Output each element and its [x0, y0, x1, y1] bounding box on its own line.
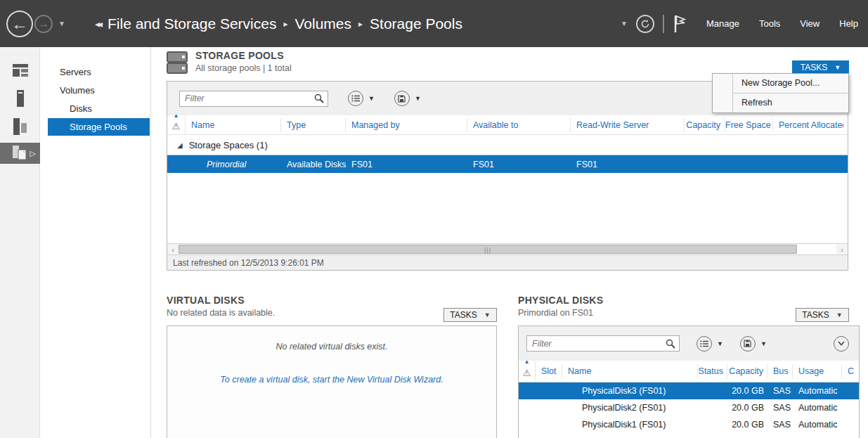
filter-criteria-dropdown[interactable]: ▼ — [348, 91, 375, 106]
physical-disks-toolbar: ▼ ▼ — [519, 326, 859, 361]
scrollbar-track[interactable] — [797, 244, 836, 255]
scroll-left-icon[interactable]: ‹ — [167, 244, 179, 255]
chevron-down-icon: ▼ — [836, 311, 843, 318]
group-expand-icon[interactable]: ◢ — [177, 141, 183, 149]
horizontal-scrollbar[interactable]: ‹ ||| › — [167, 243, 848, 255]
cell-bus: SAS — [767, 386, 793, 396]
collapse-section-button[interactable] — [834, 336, 849, 352]
sidebar-icon-local-server[interactable] — [0, 86, 40, 110]
sidebar-icon-all-servers[interactable] — [0, 115, 40, 139]
column-header-type[interactable]: Type — [281, 118, 346, 132]
collapse-chevrons-icon[interactable]: ◂◂ — [95, 18, 101, 30]
table-row-physicaldisk2[interactable]: PhysicalDisk2 (FS01) 20.0 GB SAS Automat… — [519, 399, 859, 416]
column-header-available-to[interactable]: Available to — [467, 118, 571, 132]
column-header-status[interactable]: Status — [698, 364, 727, 378]
column-header-bus[interactable]: Bus — [767, 364, 793, 378]
column-header-capacity[interactable]: Capacity — [685, 118, 725, 132]
scroll-right-icon[interactable]: › — [836, 244, 848, 255]
warning-sort-column-header[interactable]: ▲ ⚠ — [167, 115, 186, 135]
cell-name: PhysicalDisk3 (FS01) — [562, 386, 698, 396]
column-header-managed-by[interactable]: Managed by — [346, 118, 467, 132]
breadcrumb-item-storage-pools[interactable]: Storage Pools — [370, 15, 462, 32]
sidebar-icon-file-storage-services[interactable]: ▷ — [0, 143, 40, 164]
notifications-flag-button[interactable] — [673, 14, 687, 34]
table-row-primordial[interactable]: Primordial Available Disks FS01 FS01 FS0… — [167, 155, 848, 173]
virtual-disks-tasks-button[interactable]: TASKS ▼ — [443, 308, 497, 322]
storage-pools-filter-input[interactable] — [179, 91, 328, 107]
column-header-read-write-server[interactable]: Read-Write Server — [571, 118, 685, 132]
cell-name: Primordial — [186, 160, 281, 169]
menu-view[interactable]: View — [800, 18, 820, 29]
cell-capacity: 20.0 GB — [727, 420, 767, 430]
sidebar-item-disks[interactable]: Disks — [40, 100, 150, 117]
history-dropdown-caret-icon[interactable]: ▼ — [58, 20, 65, 27]
sidebar-item-storage-pools[interactable]: Storage Pools — [48, 118, 150, 136]
physical-disks-panel: ▼ ▼ — [518, 326, 860, 438]
physical-disks-filter-input[interactable] — [526, 335, 680, 352]
menu-gutter-divider — [732, 74, 733, 112]
sort-ascending-icon: ▲ — [174, 112, 179, 119]
navigation-panel: Servers Volumes Disks Storage Pools — [40, 47, 151, 438]
column-header-name[interactable]: Name — [186, 118, 281, 132]
physical-disks-tasks-button[interactable]: TASKS ▼ — [796, 308, 849, 322]
chevron-down-icon: ▼ — [368, 95, 375, 102]
save-query-dropdown[interactable]: ▼ — [740, 336, 767, 352]
warning-sort-column-header[interactable]: ▲ ⚠ — [519, 361, 536, 381]
chevron-down-icon: ▼ — [415, 95, 421, 102]
menu-help[interactable]: Help — [839, 18, 858, 29]
table-row-physicaldisk1[interactable]: PhysicalDisk1 (FS01) 20.0 GB SAS Automat… — [519, 416, 859, 433]
column-header-free-space[interactable]: Free Space — [725, 118, 773, 132]
warning-icon: ⚠ — [523, 368, 531, 378]
storage-pools-subtitle: All storage pools | 1 total — [195, 63, 292, 73]
column-header-percent-allocated[interactable]: Percent Allocated — [773, 118, 843, 132]
sidebar-item-servers[interactable]: Servers — [40, 63, 150, 81]
column-header-name[interactable]: Name — [562, 364, 698, 378]
refresh-dropdown-caret-icon[interactable]: ▼ — [621, 20, 628, 27]
new-virtual-disk-wizard-link[interactable]: To create a virtual disk, start the New … — [167, 375, 496, 385]
save-query-dropdown[interactable]: ▼ — [394, 91, 421, 106]
cell-available-to: FS01 — [467, 160, 571, 169]
breadcrumb-item-volumes[interactable]: Volumes — [294, 15, 351, 32]
back-button[interactable]: ← — [6, 11, 33, 37]
storage-pools-table-header: ▲ ⚠ Name Type Managed by Available to Re… — [167, 115, 848, 135]
cell-bus: SAS — [767, 403, 793, 413]
cell-managed-by: FS01 — [346, 160, 467, 169]
tasks-label: TASKS — [450, 310, 477, 320]
save-icon — [398, 95, 406, 103]
sidebar-item-volumes[interactable]: Volumes — [40, 82, 150, 99]
cell-read-write-server: FS01 — [571, 160, 685, 169]
column-header-usage[interactable]: Usage — [793, 364, 842, 378]
scrollbar-thumb[interactable]: ||| — [179, 245, 797, 254]
chevron-down-icon: ▼ — [760, 340, 767, 347]
refresh-button[interactable] — [636, 15, 654, 33]
search-icon[interactable] — [666, 339, 675, 349]
group-row-storage-spaces[interactable]: ◢ Storage Spaces (1) — [167, 135, 848, 155]
file-storage-services-icon — [13, 146, 28, 161]
filter-criteria-dropdown[interactable]: ▼ — [697, 336, 723, 352]
menu-manage[interactable]: Manage — [706, 18, 739, 29]
search-icon[interactable] — [314, 94, 324, 103]
flyout-arrow-icon: ▷ — [30, 149, 36, 158]
physical-disks-table-header: ▲ ⚠ Slot Name Status Capacity Bus Usage … — [519, 361, 859, 382]
table-row-physicaldisk3[interactable]: PhysicalDisk3 (FS01) 20.0 GB SAS Automat… — [519, 382, 859, 399]
column-header-slot[interactable]: Slot — [536, 364, 562, 378]
cell-type: Available Disks — [281, 160, 346, 169]
dashboard-grid-icon — [13, 64, 28, 77]
back-arrow-icon: ← — [11, 14, 28, 34]
column-header-chassis-truncated[interactable]: C — [842, 364, 859, 378]
tasks-dropdown-menu: New Storage Pool... Refresh — [712, 73, 849, 113]
column-header-capacity[interactable]: Capacity — [727, 364, 767, 378]
all-servers-icon — [13, 118, 27, 135]
chevron-down-icon: ▼ — [717, 340, 723, 347]
cell-name: PhysicalDisk1 (FS01) — [562, 420, 698, 430]
virtual-disks-title: VIRTUAL DISKS — [167, 295, 275, 306]
breadcrumb-item-file-storage[interactable]: File and Storage Services — [108, 15, 276, 32]
sidebar-icon-dashboard[interactable] — [0, 58, 40, 82]
virtual-disks-empty-message: No related virtual disks exist. — [167, 342, 496, 352]
forward-button[interactable]: → — [34, 15, 53, 33]
cell-usage: Automatic — [793, 420, 842, 430]
sort-ascending-icon: ▲ — [524, 359, 530, 365]
menu-tools[interactable]: Tools — [759, 18, 780, 29]
storage-pools-tasks-button[interactable]: TASKS ▼ — [792, 60, 849, 74]
chevron-down-icon: ▼ — [834, 64, 841, 71]
